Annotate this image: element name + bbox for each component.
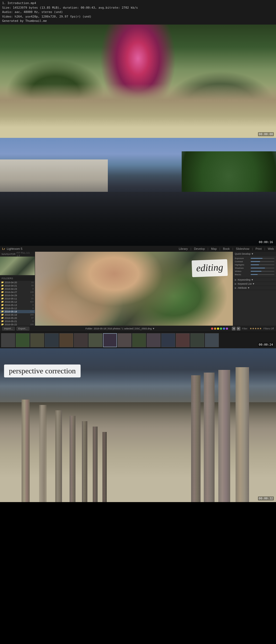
lr-keyword-list-row[interactable]: ▶ Keyword List ▼ xyxy=(233,282,276,286)
lr-folder-item[interactable]: 📁2016-05-18916 xyxy=(0,310,35,313)
lr-slider-fill xyxy=(251,261,260,262)
lr-folder-item[interactable]: 📁2016-05-120 xyxy=(0,307,35,310)
lr-slider-bar[interactable] xyxy=(251,264,274,265)
lr-folder-item[interactable]: 📁2016-05-1121 xyxy=(0,297,35,300)
lr-folder-item[interactable]: 📁2016-04-290 xyxy=(0,294,35,297)
lr-slider-row: Blacks xyxy=(235,273,274,276)
lr-topbar: Lr Lightroom 5 Library | Develop | Map |… xyxy=(0,246,276,252)
video-generated: Generated by Thumbnail.me xyxy=(2,19,274,23)
filmstrip-thumb[interactable] xyxy=(118,333,132,347)
filter-label: Filter: xyxy=(242,327,248,330)
filmstrip-thumb[interactable] xyxy=(205,333,219,347)
filmstrip-thumb[interactable] xyxy=(1,333,15,347)
filters-off[interactable]: Filters Off xyxy=(263,327,274,330)
nav-library[interactable]: Library xyxy=(179,247,188,250)
lr-slider-bar[interactable] xyxy=(251,274,274,275)
perspective-text: perspective correction xyxy=(9,367,76,375)
import-button[interactable]: Import... xyxy=(2,327,15,330)
lr-editing-overlay: editing xyxy=(192,259,228,277)
lr-slider-bar[interactable] xyxy=(251,271,274,272)
dot-orange[interactable] xyxy=(214,328,216,330)
column-7 xyxy=(102,432,107,502)
dot-purple[interactable] xyxy=(226,328,228,330)
lr-slider-row: Exposure xyxy=(235,257,274,260)
lr-navigator-header: Navigator FIT FILL 1:1 1:3 xyxy=(0,252,35,257)
lr-folder-item[interactable]: 📁2016-04-230 xyxy=(0,287,35,291)
perspective-label: perspective correction xyxy=(4,364,81,377)
column-2 xyxy=(39,405,47,502)
lr-slider-fill xyxy=(251,268,265,268)
nav-print[interactable]: Print xyxy=(256,247,262,250)
lr-attribute-row[interactable]: ▶ Attribute ▼ xyxy=(233,286,276,290)
lr-folder-item[interactable]: 📁2016-04-2011 xyxy=(0,281,35,284)
lr-slider-bar[interactable] xyxy=(251,268,274,268)
lr-main: Navigator FIT FILL 1:1 1:3 Folders 📁2016… xyxy=(0,252,276,326)
lr-folders-header: Folders xyxy=(0,276,35,281)
filmstrip-thumb[interactable] xyxy=(190,333,204,347)
lr-bottom-bar: Import... Export... Folder: 2016-05-18 |… xyxy=(0,326,276,332)
dot-green[interactable] xyxy=(220,328,222,330)
nav-slideshow[interactable]: Slideshow xyxy=(236,247,249,250)
export-button[interactable]: Export... xyxy=(16,327,29,330)
lr-slider-row: Highlights xyxy=(235,264,274,266)
timestamp-3: 00:00:24 xyxy=(258,343,274,347)
filmstrip-thumb[interactable] xyxy=(30,333,44,347)
lr-filmstrip xyxy=(0,332,276,348)
lr-stars: ★★★★★ xyxy=(250,327,262,330)
lr-slider-bar[interactable] xyxy=(251,258,274,259)
filmstrip-thumb[interactable] xyxy=(161,333,175,347)
filmstrip-thumb[interactable] xyxy=(59,333,73,347)
lr-color-dots xyxy=(211,328,228,330)
filmstrip-thumb[interactable] xyxy=(88,333,102,347)
filmstrip-thumb[interactable] xyxy=(103,333,117,347)
lr-navigator-preview xyxy=(0,257,35,275)
timestamp-4: 00:00:32 xyxy=(258,496,274,500)
lr-logo: Lr xyxy=(2,247,5,250)
filmstrip-thumb[interactable] xyxy=(45,333,59,347)
video-size: Size: 14523979 bytes (13.85 MiB), durati… xyxy=(2,6,274,10)
video-info-bar: 1. Introduction.mp4 Size: 14523979 bytes… xyxy=(0,0,276,25)
lr-folder-item[interactable]: 📁2016-05-2097 xyxy=(0,316,35,320)
nav-book[interactable]: Book xyxy=(223,247,230,250)
video-filename: 1. Introduction.mp4 xyxy=(2,1,274,6)
lr-keywording-section: ▶ Keywording ▼ xyxy=(233,278,276,282)
lr-keywording-row[interactable]: ▶ Keywording ▼ xyxy=(233,278,276,282)
lr-folder-list: 📁2016-04-2011📁2016-04-2155📁2016-04-230📁2… xyxy=(0,281,35,326)
lightroom-panel: Lr Lightroom 5 Library | Develop | Map |… xyxy=(0,246,276,348)
filmstrip-thumb[interactable] xyxy=(147,333,161,347)
lr-slider-bar[interactable] xyxy=(251,261,274,262)
lr-folder-item[interactable]: 📁2016-04-27140 xyxy=(0,291,35,294)
lr-folder-item[interactable]: 📁2016-05-22166 xyxy=(0,323,35,326)
column-big-3 xyxy=(204,373,215,502)
filmstrip-thumb[interactable] xyxy=(176,333,190,347)
lr-slider-fill xyxy=(251,274,258,275)
lr-folder-item[interactable]: 📁2016-05-210 xyxy=(0,320,35,323)
video-video: Video: h264, yuv420p, 1280x720, 29.97 fp… xyxy=(2,15,274,19)
lr-slider-row: Shadows xyxy=(235,267,274,269)
scene2-street: 00:00:16 xyxy=(0,138,276,246)
lr-folder-item[interactable]: 📁2016-05-130 xyxy=(0,304,35,307)
prev-icon[interactable]: ◀ xyxy=(232,327,236,330)
column-5 xyxy=(82,421,87,502)
column-4 xyxy=(70,416,75,502)
lr-slider-fill xyxy=(251,264,259,265)
nav-develop[interactable]: Develop xyxy=(194,247,205,250)
filmstrip-thumb[interactable] xyxy=(16,333,30,347)
lr-center-image: editing xyxy=(35,252,233,326)
dot-yellow[interactable] xyxy=(217,328,219,330)
lr-slider-fill xyxy=(251,271,261,272)
lr-sidebar-right: Quick Develop ▼ Exposure Contrast Highli… xyxy=(233,252,276,326)
filmstrip-thumb[interactable] xyxy=(74,333,88,347)
nav-web[interactable]: Web xyxy=(268,247,274,250)
lr-folder-item[interactable]: 📁2016-05-19255 xyxy=(0,313,35,316)
nav-map[interactable]: Map xyxy=(211,247,217,250)
lr-folder-item[interactable]: 📁2016-04-2155 xyxy=(0,284,35,287)
dot-red[interactable] xyxy=(211,328,213,330)
lr-bottom-info: Folder: 2016-05-18 | 916 photos / 1 sele… xyxy=(31,327,209,330)
filmstrip-thumb[interactable] xyxy=(132,333,146,347)
lr-folder-item[interactable]: 📁2016-05-12822 xyxy=(0,300,35,304)
lr-quick-develop-header[interactable]: Quick Develop ▼ xyxy=(233,252,276,256)
lr-sliders-content: Exposure Contrast Highlights Shadows Whi… xyxy=(233,256,276,278)
dot-blue[interactable] xyxy=(223,328,225,330)
next-icon[interactable]: ▶ xyxy=(237,327,240,330)
